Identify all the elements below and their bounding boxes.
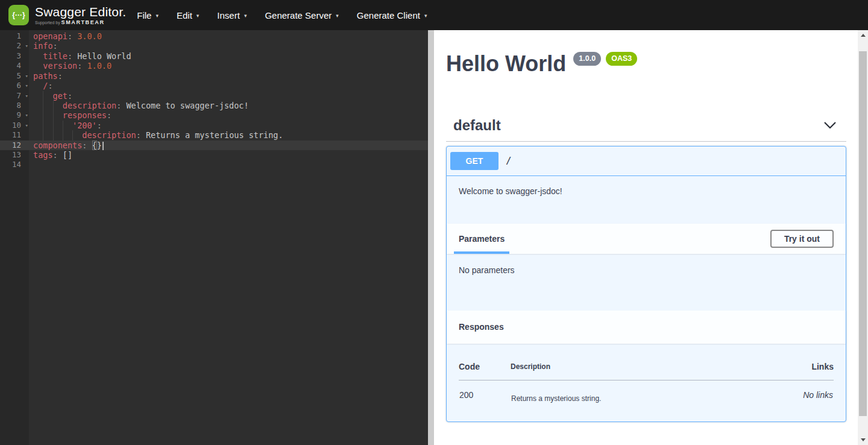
indent-guide (63, 130, 63, 140)
oas3-badge: OAS3 (606, 52, 637, 66)
code-line: version: 1.0.0 (29, 61, 428, 71)
indent-guide (53, 121, 54, 130)
responses-title: Responses (459, 322, 504, 332)
collapse-chevron-icon[interactable] (823, 121, 837, 130)
dropdown-caret-icon: ▾ (244, 13, 247, 19)
no-parameters-message: No parameters (459, 265, 515, 275)
responses-body: Code Description Links 200 Returns a mys… (447, 344, 846, 421)
text-cursor (102, 142, 104, 150)
code-line: description: Welcome to swagger-jsdoc! (29, 101, 428, 110)
code-line: get: (29, 91, 428, 101)
menu-insert-label: Insert (217, 10, 240, 21)
responses-table-header-row: Code Description Links (459, 362, 834, 380)
line-number: 8 (0, 101, 29, 110)
menu-generate-server-label: Generate Server (265, 10, 332, 21)
yaml-editor[interactable]: 12▾345▾6▾7▾89▾10▾11121314 openapi: 3.0.0… (0, 30, 428, 445)
menu-generate-client[interactable]: Generate Client ▾ (357, 10, 427, 21)
api-title: Hello World 1.0.0 OAS3 (446, 52, 846, 76)
line-number: 9▾ (0, 110, 29, 120)
indent-guide (53, 130, 54, 140)
line-number: 1 (0, 31, 29, 41)
tag-name: default (453, 117, 501, 134)
fold-arrow-icon[interactable]: ▾ (25, 81, 28, 90)
editor-code[interactable]: openapi: 3.0.0info:title: Hello Worldver… (29, 30, 428, 445)
response-row: 200 Returns a mysterious string. No link… (459, 380, 834, 403)
indent-guide (53, 110, 54, 120)
fold-arrow-icon[interactable]: ▾ (25, 121, 28, 130)
responses-table: Code Description Links 200 Returns a mys… (459, 362, 834, 403)
swagger-logo-icon: {···} (8, 5, 29, 25)
menu-edit-label: Edit (177, 10, 192, 21)
operation-description-text: Welcome to swagger-jsdoc! (459, 186, 834, 196)
line-number: 7▾ (0, 91, 29, 101)
fold-arrow-icon[interactable]: ▾ (25, 41, 28, 51)
supported-by-label: Supported by (35, 21, 60, 25)
dropdown-caret-icon: ▾ (424, 13, 427, 19)
main-split: 12▾345▾6▾7▾89▾10▾11121314 openapi: 3.0.0… (0, 30, 868, 445)
brand[interactable]: {···} Swagger Editor. Supported by SMART… (8, 5, 126, 25)
line-number: 6▾ (0, 81, 29, 90)
line-number: 10▾ (0, 121, 29, 130)
line-number: 12 (0, 140, 29, 150)
preview-scrollbar[interactable] (858, 30, 868, 445)
code-line (29, 160, 428, 169)
code-column-header: Code (459, 362, 511, 380)
parameters-body: No parameters (447, 254, 846, 311)
tag-section-header[interactable]: default (446, 117, 846, 142)
editor-gutter: 12▾345▾6▾7▾89▾10▾11121314 (0, 30, 29, 445)
try-it-out-button[interactable]: Try it out (770, 230, 834, 248)
indent-guide (43, 130, 43, 140)
code-line: info: (29, 41, 428, 51)
code-line: /: (29, 81, 428, 90)
scrollbar-up-arrow-icon[interactable] (858, 30, 868, 40)
operation-description: Welcome to swagger-jsdoc! (447, 176, 846, 224)
tab-parameters[interactable]: Parameters (454, 224, 509, 254)
line-number: 13 (0, 150, 29, 160)
line-number: 4 (0, 61, 29, 71)
line-number: 2▾ (0, 41, 29, 51)
operation-summary[interactable]: GET / (447, 147, 846, 176)
response-code: 200 (459, 380, 511, 403)
pane-splitter[interactable] (428, 30, 434, 445)
swagger-ui-preview: Hello World 1.0.0 OAS3 default GET / (434, 30, 858, 445)
code-line: description: Returns a mysterious string… (29, 130, 428, 140)
line-number: 11 (0, 130, 29, 140)
responses-header: Responses (447, 311, 846, 344)
line-number: 14 (0, 160, 29, 169)
links-column-header: Links (761, 362, 834, 380)
scrollbar-thumb[interactable] (859, 51, 867, 416)
operation-get: GET / Welcome to swagger-jsdoc! Paramete… (446, 146, 846, 422)
parameters-tab-label: Parameters (459, 234, 505, 244)
code-line: tags: [] (29, 150, 428, 160)
fold-arrow-icon[interactable]: ▾ (25, 91, 28, 101)
code-line: components: {} (29, 140, 428, 150)
menu-insert[interactable]: Insert ▾ (217, 10, 247, 21)
menu-generate-server[interactable]: Generate Server ▾ (265, 10, 338, 21)
menu-edit[interactable]: Edit ▾ (177, 10, 199, 21)
code-line: responses: (29, 110, 428, 120)
indent-guide (43, 121, 43, 130)
version-badge: 1.0.0 (573, 52, 601, 66)
scrollbar-down-arrow-icon[interactable] (858, 435, 868, 445)
code-line: title: Hello World (29, 51, 428, 61)
brand-text: Swagger Editor. Supported by SMARTBEAR (35, 5, 126, 25)
menu-generate-client-label: Generate Client (357, 10, 420, 21)
swagger-editor-app: {···} Swagger Editor. Supported by SMART… (0, 0, 868, 445)
smartbear-label: SMARTBEAR (61, 19, 105, 25)
menu-file[interactable]: File ▾ (137, 10, 159, 21)
api-title-text: Hello World (446, 52, 566, 76)
indent-guide (43, 101, 43, 110)
line-number: 5▾ (0, 71, 29, 81)
indent-guide (53, 101, 54, 110)
code-line: openapi: 3.0.0 (29, 31, 428, 41)
response-links: No links (761, 380, 834, 403)
dropdown-caret-icon: ▾ (197, 13, 200, 19)
parameters-header: Parameters Try it out (447, 224, 846, 254)
app-title: Swagger Editor. (35, 5, 126, 19)
dropdown-caret-icon: ▾ (156, 13, 159, 19)
fold-arrow-icon[interactable]: ▾ (25, 110, 28, 120)
code-line: paths: (29, 71, 428, 81)
active-tab-underline (454, 251, 509, 254)
fold-arrow-icon[interactable]: ▾ (25, 71, 28, 81)
api-info: Hello World 1.0.0 OAS3 (446, 52, 846, 76)
